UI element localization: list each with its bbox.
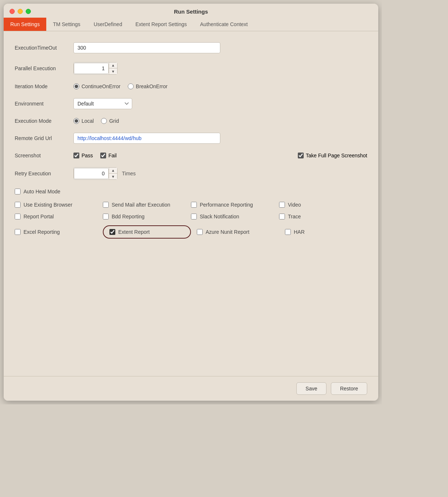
azure-nunit-checkbox[interactable] [197, 229, 203, 235]
execution-mode-row: Execution Mode Local Grid [15, 118, 367, 124]
bdd-reporting-cell: Bdd Reporting [103, 214, 191, 219]
environment-row: Environment Default [15, 98, 367, 109]
remote-grid-url-label: Remote Grid Url [15, 135, 73, 141]
extent-report-label[interactable]: Extent Report [118, 229, 150, 235]
remote-grid-url-control [73, 133, 220, 144]
use-existing-browser-checkbox[interactable] [15, 202, 21, 208]
screenshot-options: Pass Fail Take Full Page Screenshot [73, 153, 367, 158]
screenshot-full-page-checkbox[interactable] [298, 153, 304, 158]
excel-reporting-cell: Excel Reporting [15, 229, 103, 235]
retry-spinner-buttons: ▲ ▼ [109, 168, 117, 179]
iteration-mode-row: Iteration Mode ContinueOnError BreakOnEr… [15, 83, 367, 89]
remote-grid-url-input[interactable] [73, 133, 220, 144]
execution-local-radio[interactable] [73, 118, 79, 124]
screenshot-pass-option[interactable]: Pass [73, 153, 93, 158]
send-mail-cell: Send Mail after Execution [103, 202, 191, 208]
slack-notification-label[interactable]: Slack Notification [200, 214, 239, 219]
screenshot-full-page-label: Take Full Page Screenshot [306, 153, 367, 158]
titlebar: Run Settings [4, 4, 378, 18]
excel-reporting-checkbox[interactable] [15, 229, 21, 235]
checkboxes-row-3: Excel Reporting Extent Report Azure Nuni… [15, 225, 367, 239]
iteration-continue-option[interactable]: ContinueOnError [73, 83, 120, 89]
performance-reporting-checkbox[interactable] [191, 202, 197, 208]
video-cell: Video [279, 202, 367, 208]
send-mail-label[interactable]: Send Mail after Execution [112, 202, 170, 208]
azure-nunit-label[interactable]: Azure Nunit Report [206, 229, 249, 235]
iteration-break-option[interactable]: BreakOnError [128, 83, 167, 89]
spinner-buttons: ▲ ▼ [109, 62, 117, 74]
tab-bar: Run Settings TM Settings UserDefined Ext… [4, 18, 378, 31]
execution-timeout-input[interactable] [73, 42, 220, 53]
spinner-down-button[interactable]: ▼ [109, 68, 117, 74]
content-area: ExecutionTimeOut Parallel Execution ▲ ▼ … [4, 31, 378, 376]
har-checkbox[interactable] [285, 229, 291, 235]
spinner-up-button[interactable]: ▲ [109, 62, 117, 68]
video-checkbox[interactable] [279, 202, 285, 208]
window: Run Settings Run Settings TM Settings Us… [4, 4, 378, 401]
extent-report-checkbox[interactable] [109, 229, 115, 235]
bdd-reporting-label[interactable]: Bdd Reporting [112, 214, 145, 219]
iteration-break-radio[interactable] [128, 83, 134, 89]
retry-execution-input[interactable] [74, 168, 109, 179]
iteration-break-label: BreakOnError [136, 83, 167, 89]
close-button[interactable] [10, 9, 15, 14]
maximize-button[interactable] [26, 9, 31, 14]
screenshot-fail-checkbox[interactable] [100, 153, 106, 158]
retry-execution-row: Retry Execution ▲ ▼ Times [15, 167, 367, 180]
screenshot-fail-option[interactable]: Fail [100, 153, 117, 158]
iteration-mode-label: Iteration Mode [15, 83, 73, 89]
slack-notification-cell: Slack Notification [191, 214, 279, 219]
screenshot-row: Screenshot Pass Fail Take Full Page [15, 153, 367, 158]
auto-heal-row: Auto Heal Mode [15, 189, 367, 194]
bdd-reporting-checkbox[interactable] [103, 214, 109, 219]
iteration-continue-radio[interactable] [73, 83, 79, 89]
retry-spinner: ▲ ▼ [73, 167, 118, 180]
tab-tm-settings[interactable]: TM Settings [46, 18, 87, 31]
report-portal-checkbox[interactable] [15, 214, 21, 219]
har-label[interactable]: HAR [294, 229, 305, 235]
execution-timeout-label: ExecutionTimeOut [15, 45, 73, 51]
save-button[interactable]: Save [296, 382, 326, 395]
report-portal-label[interactable]: Report Portal [24, 214, 54, 219]
remote-grid-url-row: Remote Grid Url [15, 133, 367, 144]
performance-reporting-label[interactable]: Performance Reporting [200, 202, 253, 208]
execution-grid-radio[interactable] [101, 118, 107, 124]
environment-label: Environment [15, 101, 73, 107]
tab-run-settings[interactable]: Run Settings [4, 18, 46, 31]
tab-user-defined[interactable]: UserDefined [87, 18, 129, 31]
retry-execution-label: Retry Execution [15, 171, 73, 176]
auto-heal-label[interactable]: Auto Heal Mode [24, 189, 60, 194]
checkboxes-row-1: Use Existing Browser Send Mail after Exe… [15, 202, 367, 208]
execution-grid-option[interactable]: Grid [101, 118, 119, 124]
auto-heal-checkbox[interactable] [15, 189, 21, 194]
screenshot-pass-label: Pass [82, 153, 93, 158]
checkboxes-row-2: Report Portal Bdd Reporting Slack Notifi… [15, 214, 367, 219]
trace-label[interactable]: Trace [288, 214, 301, 219]
tab-authenticate-context[interactable]: Authenticate Context [194, 18, 254, 31]
trace-checkbox[interactable] [279, 214, 285, 219]
screenshot-left-options: Pass Fail [73, 153, 117, 158]
extent-report-cell: Extent Report [103, 225, 191, 239]
screenshot-pass-checkbox[interactable] [73, 153, 79, 158]
execution-local-option[interactable]: Local [73, 118, 94, 124]
minimize-button[interactable] [18, 9, 23, 14]
tab-extent-report-settings[interactable]: Extent Report Settings [129, 18, 194, 31]
send-mail-checkbox[interactable] [103, 202, 109, 208]
iteration-mode-group: ContinueOnError BreakOnError [73, 83, 167, 89]
slack-notification-checkbox[interactable] [191, 214, 197, 219]
use-existing-browser-label[interactable]: Use Existing Browser [24, 202, 72, 208]
execution-timeout-row: ExecutionTimeOut [15, 42, 367, 53]
traffic-lights [10, 9, 31, 14]
restore-button[interactable]: Restore [331, 382, 367, 395]
retry-spinner-down[interactable]: ▼ [109, 174, 117, 179]
screenshot-full-page-option[interactable]: Take Full Page Screenshot [298, 153, 367, 158]
retry-spinner-up[interactable]: ▲ [109, 168, 117, 174]
parallel-execution-label: Parallel Execution [15, 65, 73, 71]
parallel-execution-spinner: ▲ ▼ [73, 62, 118, 75]
excel-reporting-label[interactable]: Excel Reporting [24, 229, 60, 235]
execution-local-label: Local [82, 118, 94, 124]
video-label[interactable]: Video [288, 202, 301, 208]
parallel-execution-input[interactable] [74, 63, 109, 74]
window-title: Run Settings [174, 8, 208, 15]
environment-select[interactable]: Default [73, 98, 132, 109]
